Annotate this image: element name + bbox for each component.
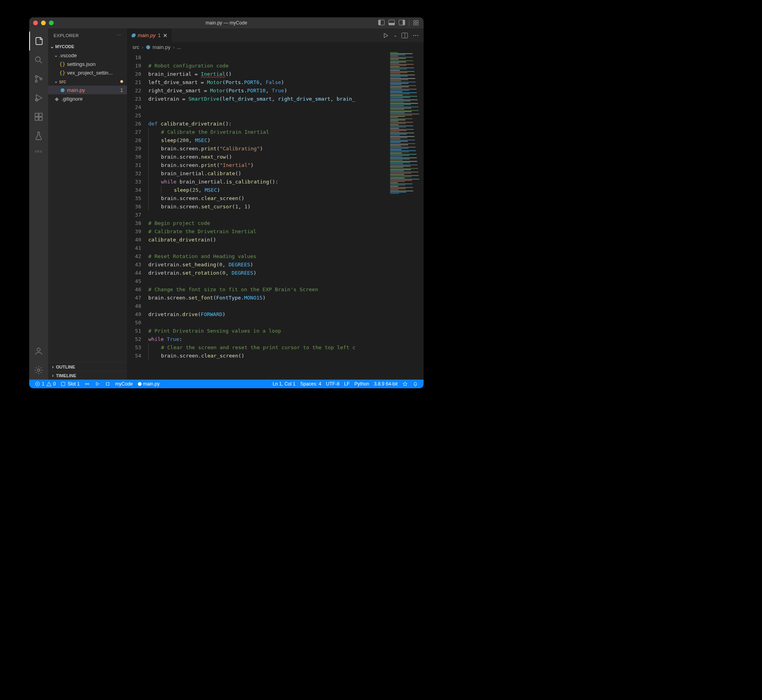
run-debug-activity-icon[interactable]	[29, 88, 48, 107]
chevron-right-icon: ›	[173, 44, 174, 50]
run-file-icon[interactable]	[383, 32, 389, 39]
svg-rect-6	[35, 117, 38, 120]
title-bar: main.py — myCode	[29, 17, 424, 28]
file-main-py[interactable]: ⬣ main.py 1	[48, 86, 127, 94]
status-bar: 1 0 Slot 1 myCode ⬣ main.py Ln 1, Col 1 …	[29, 380, 424, 388]
folder-label: .vscode	[59, 52, 77, 58]
file-label: .gitignore	[62, 96, 82, 102]
chevron-right-icon: ›	[50, 364, 55, 370]
testing-activity-icon[interactable]	[29, 126, 48, 145]
status-stop-button[interactable]	[103, 380, 113, 388]
status-slot[interactable]: Slot 1	[58, 380, 82, 388]
split-editor-icon[interactable]	[402, 33, 408, 38]
folder-src[interactable]: ⌄ src	[48, 77, 127, 86]
status-python-interpreter[interactable]: 3.8.9 64-bit	[372, 380, 400, 388]
source-control-activity-icon[interactable]	[29, 69, 48, 88]
traffic-lights	[33, 21, 54, 25]
code-content[interactable]: # Robot configuration codebrain_inertial…	[148, 52, 424, 380]
svg-rect-7	[39, 117, 42, 120]
explorer-title: EXPLORER	[54, 33, 79, 38]
tab-bar: ⬣ main.py 1 ✕ ⌄ ⋯	[127, 28, 424, 42]
code-editor[interactable]: 1819202122232425262728293031323334353637…	[127, 52, 424, 380]
status-cursor-position[interactable]: Ln 1, Col 1	[270, 380, 298, 388]
status-device-icon[interactable]	[82, 380, 92, 388]
breadcrumb-item[interactable]: ...	[177, 44, 181, 50]
file-label: settings.json	[67, 61, 95, 67]
file-label: vex_project_settin...	[67, 70, 113, 76]
svg-point-9	[37, 348, 40, 351]
explorer-activity-icon[interactable]	[29, 32, 48, 51]
tab-main-py[interactable]: ⬣ main.py 1 ✕	[127, 28, 172, 42]
workspace-name: MYCODE	[55, 44, 74, 49]
toggle-primary-sidebar-icon[interactable]	[378, 20, 385, 25]
vscode-window: main.py — myCode	[29, 17, 424, 388]
tab-label: main.py	[138, 32, 156, 38]
extensions-activity-icon[interactable]	[29, 107, 48, 126]
chevron-right-icon: ›	[50, 373, 55, 378]
layout-controls	[378, 20, 420, 26]
breadcrumb-item[interactable]: main.py	[153, 44, 171, 50]
json-file-icon: {}	[59, 70, 65, 76]
svg-rect-15	[106, 383, 109, 386]
chevron-down-icon: ⌄	[54, 79, 58, 84]
minimap[interactable]	[388, 52, 424, 174]
timeline-section[interactable]: ›TIMELINE	[48, 371, 127, 380]
file-settings-json[interactable]: {} settings.json	[48, 60, 127, 68]
svg-point-1	[35, 76, 37, 78]
svg-point-10	[37, 369, 40, 371]
svg-point-2	[35, 80, 37, 82]
workspace-root[interactable]: ⌄ MYCODE	[48, 42, 127, 51]
status-file[interactable]: ⬣ main.py	[135, 380, 162, 388]
file-gitignore[interactable]: ◆ .gitignore	[48, 94, 127, 103]
maximize-window-button[interactable]	[49, 21, 54, 25]
status-language[interactable]: Python	[352, 380, 372, 388]
status-indentation[interactable]: Spaces: 4	[298, 380, 323, 388]
toggle-secondary-sidebar-icon[interactable]	[399, 20, 405, 25]
folder-label: src	[59, 79, 66, 84]
json-file-icon: {}	[59, 61, 65, 67]
breadcrumb-item[interactable]: src	[133, 44, 139, 50]
customize-layout-icon[interactable]	[413, 20, 420, 25]
file-vex-project-settings[interactable]: {} vex_project_settin...	[48, 68, 127, 77]
svg-rect-12	[62, 382, 65, 386]
status-eol[interactable]: LF	[342, 380, 352, 388]
tab-error-badge: 1	[158, 33, 161, 38]
editor-region: ⬣ main.py 1 ✕ ⌄ ⋯ src › ⬣ main.py › ...	[127, 28, 424, 380]
close-window-button[interactable]	[33, 21, 38, 25]
modified-dot-icon	[120, 80, 123, 83]
activity-bar: v≡x	[29, 28, 48, 380]
window-title: main.py — myCode	[205, 20, 247, 26]
accounts-activity-icon[interactable]	[29, 342, 48, 361]
explorer-sidebar: EXPLORER ⋯ ⌄ MYCODE ⌄ .vscode {} setting…	[48, 28, 127, 380]
status-encoding[interactable]: UTF-8	[324, 380, 342, 388]
search-activity-icon[interactable]	[29, 51, 48, 69]
python-file-icon: ⬣	[131, 32, 135, 38]
settings-activity-icon[interactable]	[29, 361, 48, 380]
svg-point-0	[35, 57, 40, 62]
minimize-window-button[interactable]	[41, 21, 46, 25]
file-tree: ⌄ .vscode {} settings.json {} vex_projec…	[48, 51, 127, 362]
status-problems[interactable]: 1 0	[32, 380, 58, 388]
run-dropdown-icon[interactable]: ⌄	[394, 33, 397, 37]
line-number-gutter: 1819202122232425262728293031323334353637…	[127, 52, 148, 380]
status-project[interactable]: myCode	[113, 380, 135, 388]
status-play-button[interactable]	[92, 380, 103, 388]
status-notifications-icon[interactable]	[410, 380, 420, 388]
chevron-right-icon: ›	[142, 44, 143, 50]
svg-rect-8	[39, 113, 42, 116]
close-tab-icon[interactable]: ✕	[163, 32, 168, 39]
python-file-icon: ⬣	[146, 44, 150, 50]
python-file-icon: ⬣	[138, 381, 142, 387]
toggle-panel-icon[interactable]	[388, 20, 395, 25]
explorer-more-icon[interactable]: ⋯	[117, 33, 121, 38]
error-count-badge: 1	[120, 87, 123, 93]
explorer-header: EXPLORER ⋯	[48, 28, 127, 42]
status-feedback-icon[interactable]	[400, 380, 410, 388]
breadcrumb[interactable]: src › ⬣ main.py › ...	[127, 42, 424, 52]
folder-vscode[interactable]: ⌄ .vscode	[48, 51, 127, 60]
tab-more-icon[interactable]: ⋯	[413, 32, 419, 39]
outline-section[interactable]: ›OUTLINE	[48, 362, 127, 371]
python-file-icon: ⬣	[59, 87, 65, 93]
chevron-down-icon: ⌄	[54, 52, 58, 58]
vex-activity-icon[interactable]: v≡x	[29, 145, 48, 157]
